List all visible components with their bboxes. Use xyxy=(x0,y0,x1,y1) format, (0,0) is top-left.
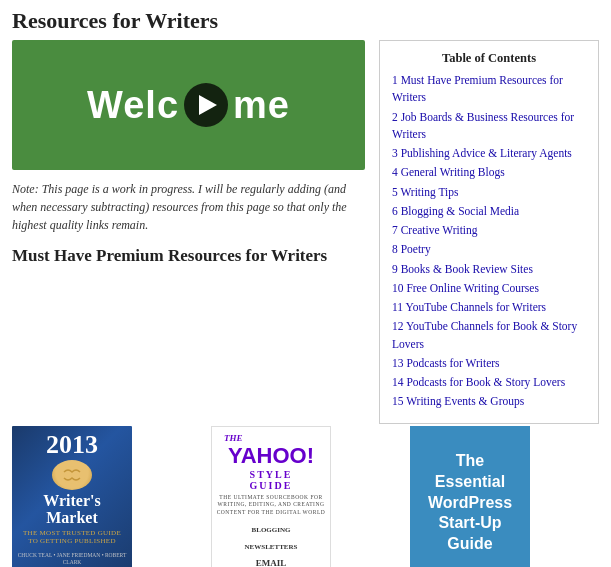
toc-list: 1 Must Have Premium Resources for Writer… xyxy=(392,72,586,411)
book-year: 2013 xyxy=(46,432,98,458)
toc-item[interactable]: 8 Poetry xyxy=(392,241,586,258)
play-icon xyxy=(199,95,217,115)
page-title: Resources for Writers xyxy=(0,0,611,40)
toc-item[interactable]: 13 Podcasts for Writers xyxy=(392,355,586,372)
toc-title: Table of Contents xyxy=(392,51,586,66)
toc-link[interactable]: 5 Writing Tips xyxy=(392,186,458,198)
yahoo-brand: YAHOO! xyxy=(228,443,314,469)
note-text: Note: This page is a work in progress. I… xyxy=(12,180,365,234)
toc-link[interactable]: 10 Free Online Writing Courses xyxy=(392,282,539,294)
wordpress-guide-book[interactable]: The Essential WordPress Start-Up Guide xyxy=(410,426,599,568)
toc-item[interactable]: 15 Writing Events & Groups xyxy=(392,393,586,410)
toc-item[interactable]: 6 Blogging & Social Media xyxy=(392,203,586,220)
toc-link[interactable]: 4 General Writing Blogs xyxy=(392,166,505,178)
toc-link[interactable]: 12 YouTube Channels for Book & Story Lov… xyxy=(392,320,577,349)
welcome-text: Welc me xyxy=(87,83,290,127)
yahoo-style: STYLE xyxy=(250,469,293,480)
yahoo-the: THE xyxy=(224,433,243,443)
toc-link[interactable]: 6 Blogging & Social Media xyxy=(392,205,519,217)
welcome-before: Welc xyxy=(87,84,179,127)
book-subtitle: The most trusted guide to getting publis… xyxy=(18,529,126,545)
toc-link[interactable]: 14 Podcasts for Book & Story Lovers xyxy=(392,376,565,388)
yahoo-words: BLOGGING NEWSLETTERS EMAIL UI TEXT SEO M… xyxy=(216,520,326,567)
toc-link[interactable]: 3 Publishing Advice & Literary Agents xyxy=(392,147,572,159)
welcome-after: me xyxy=(233,84,290,127)
play-button[interactable] xyxy=(184,83,228,127)
hands-svg xyxy=(56,464,88,486)
toc-item[interactable]: 1 Must Have Premium Resources for Writer… xyxy=(392,72,586,107)
yahoo-word-email: EMAIL xyxy=(256,558,287,567)
toc-link[interactable]: 13 Podcasts for Writers xyxy=(392,357,500,369)
toc-item[interactable]: 2 Job Boards & Business Resources for Wr… xyxy=(392,109,586,144)
book-authors: CHUCK TEAL • JANE FRIEDMAN • ROBERT CLAR… xyxy=(12,552,132,566)
book-title: Writer's Market xyxy=(18,492,126,527)
welcome-video[interactable]: Welc me xyxy=(12,40,365,170)
toc-link[interactable]: 2 Job Boards & Business Resources for Wr… xyxy=(392,111,574,140)
toc-item[interactable]: 11 YouTube Channels for Writers xyxy=(392,299,586,316)
toc-item[interactable]: 5 Writing Tips xyxy=(392,184,586,201)
yahoo-word-blogging: BLOGGING xyxy=(252,526,291,534)
toc-link[interactable]: 1 Must Have Premium Resources for Writer… xyxy=(392,74,563,103)
svg-point-0 xyxy=(58,466,86,484)
toc-item[interactable]: 7 Creative Writing xyxy=(392,222,586,239)
yahoo-subtitle: The Ultimate Sourcebook for Writing, Edi… xyxy=(216,494,326,517)
books-section: 2013 Writer's Market The most trusted gu… xyxy=(0,426,611,568)
premium-section-title: Must Have Premium Resources for Writers xyxy=(12,246,365,266)
yahoo-word-newsletters: NEWSLETTERS xyxy=(245,543,298,551)
toc-link[interactable]: 7 Creative Writing xyxy=(392,224,478,236)
toc-item[interactable]: 4 General Writing Blogs xyxy=(392,164,586,181)
toc-item[interactable]: 9 Books & Book Review Sites xyxy=(392,261,586,278)
wordpress-title: The Essential WordPress Start-Up Guide xyxy=(422,451,518,555)
toc-item[interactable]: 10 Free Online Writing Courses xyxy=(392,280,586,297)
writers-market-book[interactable]: 2013 Writer's Market The most trusted gu… xyxy=(12,426,201,568)
toc-item[interactable]: 12 YouTube Channels for Book & Story Lov… xyxy=(392,318,586,353)
book-icon xyxy=(52,460,92,490)
yahoo-guide: GUIDE xyxy=(250,480,293,491)
yahoo-style-guide-book[interactable]: THE YAHOO! STYLE GUIDE The Ultimate Sour… xyxy=(211,426,400,568)
toc-link[interactable]: 15 Writing Events & Groups xyxy=(392,395,524,407)
toc-item[interactable]: 14 Podcasts for Book & Story Lovers xyxy=(392,374,586,391)
toc-link[interactable]: 8 Poetry xyxy=(392,243,431,255)
toc-item[interactable]: 3 Publishing Advice & Literary Agents xyxy=(392,145,586,162)
table-of-contents: Table of Contents 1 Must Have Premium Re… xyxy=(379,40,599,424)
toc-link[interactable]: 9 Books & Book Review Sites xyxy=(392,263,533,275)
toc-link[interactable]: 11 YouTube Channels for Writers xyxy=(392,301,546,313)
